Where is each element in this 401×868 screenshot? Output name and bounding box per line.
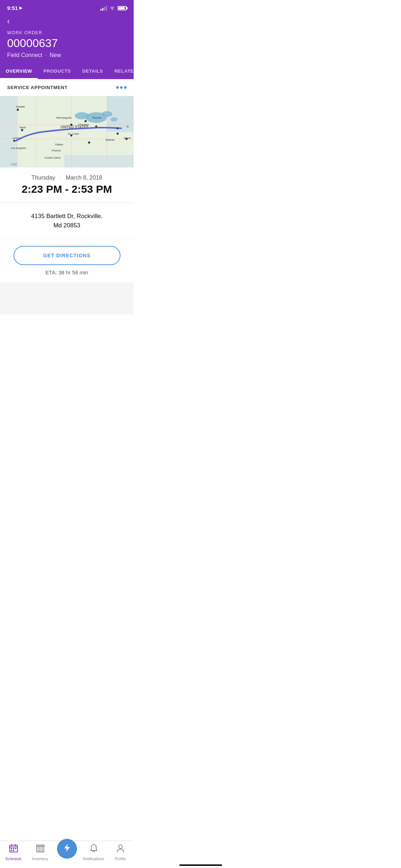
day-of-week: Thursday bbox=[31, 175, 55, 181]
svg-point-4 bbox=[75, 112, 89, 119]
directions-section: GET DIRECTIONS ETA: 38 hr 58 min bbox=[0, 239, 134, 283]
svg-text:Wash: Wash bbox=[124, 136, 131, 140]
svg-point-20 bbox=[95, 125, 97, 128]
bottom-spacer bbox=[0, 283, 134, 315]
svg-point-6 bbox=[110, 117, 118, 122]
work-order-number: 00000637 bbox=[7, 37, 127, 50]
time-range: 2:23 PM - 2:53 PM bbox=[7, 183, 127, 195]
svg-text:Legal: Legal bbox=[11, 162, 17, 165]
svg-text:Dallas: Dallas bbox=[55, 143, 63, 146]
date-separator: · bbox=[60, 175, 61, 181]
map-view[interactable]: Seattle tland ncisco Los Angeles Minneap… bbox=[0, 96, 134, 167]
main-content: SERVICE APPOINTMENT bbox=[0, 79, 134, 315]
address-section: 4135 Bartlett Dr, Rockville,Md 20853 bbox=[0, 203, 134, 239]
work-order-label: WORK ORDER bbox=[7, 30, 127, 35]
svg-point-21 bbox=[117, 127, 119, 129]
svg-point-15 bbox=[17, 109, 19, 111]
tab-overview[interactable]: OVERVIEW bbox=[0, 64, 38, 79]
work-order-status: New bbox=[50, 52, 61, 58]
svg-point-19 bbox=[84, 120, 87, 122]
svg-text:St. Louis: St. Louis bbox=[68, 132, 79, 135]
date-full: March 8, 2018 bbox=[66, 175, 102, 181]
svg-text:Atlanta: Atlanta bbox=[106, 138, 114, 141]
service-appointment-header: SERVICE APPOINTMENT bbox=[0, 79, 134, 96]
dot-3 bbox=[124, 86, 127, 89]
eta-display: ETA: 38 hr 58 min bbox=[46, 269, 88, 275]
dot-1 bbox=[116, 86, 119, 89]
get-directions-button[interactable]: GET DIRECTIONS bbox=[14, 246, 120, 265]
svg-point-16 bbox=[21, 129, 23, 131]
work-order-meta: Field Connect · New bbox=[7, 52, 127, 58]
date-line: Thursday · March 8, 2018 bbox=[7, 175, 127, 181]
svg-rect-7 bbox=[64, 155, 134, 167]
status-bar: 9:51 ▶ bbox=[0, 0, 134, 14]
more-options-button[interactable] bbox=[116, 86, 127, 89]
wifi-icon bbox=[109, 5, 115, 11]
tab-bar: OVERVIEW PRODUCTS DETAILS RELATED FEED bbox=[0, 64, 134, 79]
address-text: 4135 Bartlett Dr, Rockville,Md 20853 bbox=[7, 212, 127, 230]
map-svg: Seattle tland ncisco Los Angeles Minneap… bbox=[0, 96, 134, 167]
svg-text:Phoenix: Phoenix bbox=[52, 149, 61, 152]
tab-related[interactable]: RELATED bbox=[109, 64, 134, 79]
tab-details[interactable]: DETAILS bbox=[77, 64, 109, 79]
signal-bars bbox=[101, 6, 107, 11]
svg-text:N: N bbox=[127, 125, 129, 128]
status-icons bbox=[101, 5, 127, 11]
location-icon: ▶ bbox=[19, 6, 22, 10]
svg-text:Los Angeles: Los Angeles bbox=[11, 146, 26, 150]
svg-text:Toronto: Toronto bbox=[92, 116, 102, 119]
dot-2 bbox=[120, 86, 123, 89]
svg-point-22 bbox=[117, 133, 119, 135]
battery-icon bbox=[118, 6, 127, 10]
svg-text:UNITED STATES: UNITED STATES bbox=[61, 125, 88, 129]
work-order-header: ‹ WORK ORDER 00000637 Field Connect · Ne… bbox=[0, 14, 134, 64]
back-button[interactable]: ‹ bbox=[7, 17, 10, 26]
svg-point-17 bbox=[13, 140, 15, 142]
svg-text:tland: tland bbox=[20, 126, 26, 129]
svg-text:ncisco: ncisco bbox=[12, 136, 21, 140]
directions-button-label: GET DIRECTIONS bbox=[43, 253, 91, 258]
work-order-source: Field Connect bbox=[7, 52, 42, 58]
service-appointment-title: SERVICE APPOINTMENT bbox=[7, 85, 68, 90]
svg-point-25 bbox=[88, 141, 90, 144]
tab-products[interactable]: PRODUCTS bbox=[38, 64, 77, 79]
svg-text:Seattle: Seattle bbox=[16, 105, 25, 108]
svg-text:Minneapolis: Minneapolis bbox=[56, 116, 72, 119]
status-time: 9:51 ▶ bbox=[7, 5, 22, 11]
svg-text:Ciudad Juárez: Ciudad Juárez bbox=[45, 156, 61, 159]
datetime-section: Thursday · March 8, 2018 2:23 PM - 2:53 … bbox=[0, 167, 134, 203]
time-display: 9:51 bbox=[7, 5, 18, 11]
meta-separator: · bbox=[45, 52, 47, 58]
